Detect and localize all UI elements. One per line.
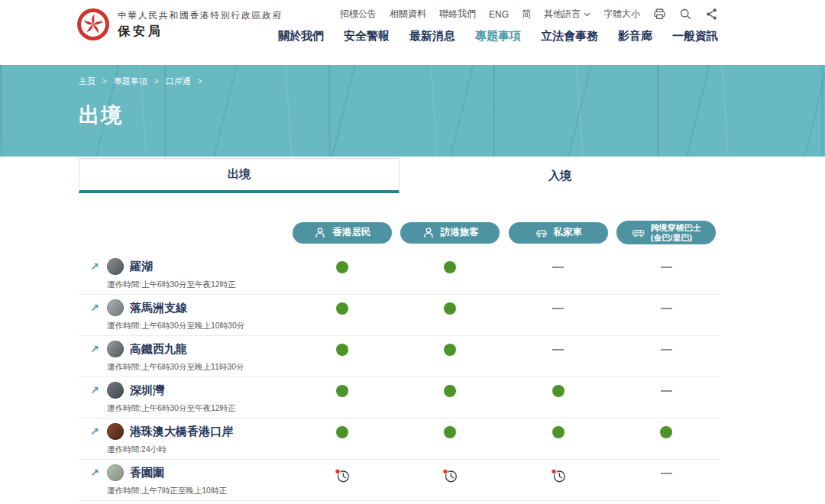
status-cell (504, 299, 613, 331)
tender-notices-link[interactable]: 招標公告 (340, 8, 377, 21)
checkpoint-name[interactable]: 羅湖 (130, 260, 153, 274)
nav-media-gallery[interactable]: 影音廊 (618, 29, 652, 44)
status-not-available-dash (661, 267, 672, 268)
status-cell (613, 464, 721, 496)
status-cell (613, 341, 721, 373)
breadcrumb-separator: > (154, 77, 159, 86)
external-link-arrow-icon[interactable]: ↗ (90, 260, 99, 273)
status-open-dot (336, 344, 348, 356)
checkpoint-name[interactable]: 香園圍 (130, 466, 164, 480)
simplified-chinese-link[interactable]: 简 (522, 8, 531, 21)
external-link-arrow-icon[interactable]: ↗ (90, 425, 99, 438)
status-not-available-dash (661, 349, 672, 351)
status-open-dot (336, 302, 348, 315)
bureau-name: 保安局 (118, 24, 283, 40)
table-row: ↗ 羅湖 運作時間:上午6時30分至午夜12時正 (79, 254, 720, 295)
status-open-dot (552, 426, 565, 438)
status-open-dot (336, 385, 348, 397)
external-link-arrow-icon[interactable]: ↗ (90, 343, 99, 355)
status-open-dot (444, 385, 456, 397)
status-cell (288, 299, 396, 331)
status-limited-hours-clock-icon (334, 467, 351, 484)
status-cell (396, 382, 505, 414)
status-cell (613, 423, 721, 455)
status-open-dot (336, 261, 348, 273)
table-row: ↗ 深圳灣 運作時間:上午6時30分至午夜12時正 (79, 377, 720, 418)
related-info-link[interactable]: 相關資料 (390, 8, 426, 21)
status-cell (504, 382, 613, 414)
border-control-webpage: 中華人民共和國香港特別行政區政府 保安局 招標公告 相關資料 聯絡我們 ENG … (0, 0, 825, 504)
checkpoint-cell: ↗ 深圳灣 運作時間:上午6時30分至午夜12時正 (79, 382, 288, 414)
status-open-dot (660, 426, 672, 438)
tab-arrival[interactable]: 入境 (400, 158, 720, 193)
operating-hours: 運作時間:上午6時30分至晚上11時30分 (107, 362, 288, 373)
external-link-arrow-icon[interactable]: ↗ (90, 302, 99, 314)
nav-about-us[interactable]: 關於我們 (278, 29, 324, 44)
status-cell (396, 299, 505, 331)
column-private-cars[interactable]: 私家車 (509, 222, 608, 244)
checkpoint-name[interactable]: 深圳灣 (130, 383, 164, 398)
status-cell (504, 423, 613, 455)
search-icon[interactable] (679, 8, 692, 21)
government-logo[interactable]: 中華人民共和國香港特別行政區政府 保安局 (76, 8, 283, 41)
checkpoint-name[interactable]: 高鐵西九龍 (130, 342, 187, 357)
operating-hours: 運作時間:上午6時30分至午夜12時正 (107, 403, 288, 414)
status-not-available-dash (552, 349, 564, 351)
status-cell (288, 258, 396, 290)
nav-latest-news[interactable]: 最新消息 (409, 29, 455, 44)
print-icon[interactable] (653, 8, 666, 21)
main-navigation: 關於我們 安全警報 最新消息 專題事項 立法會事務 影音廊 一般資訊 (278, 29, 718, 44)
column-visitors[interactable]: 訪港旅客 (400, 222, 500, 244)
contact-us-link[interactable]: 聯絡我們 (439, 8, 476, 21)
status-not-available-dash (552, 267, 564, 268)
checkpoint-thumbnail (107, 258, 124, 275)
checkpoint-thumbnail (107, 423, 124, 440)
checkpoint-name[interactable]: 港珠澳大橋香港口岸 (130, 425, 233, 439)
status-cell (396, 464, 505, 496)
checkpoint-thumbnail (107, 382, 124, 399)
status-cell (396, 423, 505, 455)
breadcrumb-control-point[interactable]: 口岸通 (166, 76, 191, 87)
breadcrumb-home[interactable]: 主頁 (79, 76, 95, 87)
breadcrumb-separator: > (198, 77, 202, 86)
checkpoint-thumbnail (107, 341, 124, 357)
utility-links-bar: 招標公告 相關資料 聯絡我們 ENG 简 其他語言 字體大小 (340, 8, 718, 21)
share-icon[interactable] (705, 8, 718, 21)
english-language-link[interactable]: ENG (489, 9, 509, 20)
nav-legco-business[interactable]: 立法會事務 (541, 29, 598, 44)
person-icon (313, 226, 327, 240)
status-cell (613, 382, 721, 414)
table-row: ↗ 港珠澳大橋香港口岸 運作時間:24小時 (79, 418, 720, 460)
breadcrumb-special-topics[interactable]: 專題事項 (114, 76, 147, 87)
nav-special-topics[interactable]: 專題事項 (475, 29, 521, 44)
font-size-control[interactable]: 字體大小 (603, 8, 640, 21)
status-open-dot (444, 261, 456, 273)
other-languages-dropdown[interactable]: 其他語言 (544, 8, 590, 21)
breadcrumb: 主頁 > 專題事項 > 口岸通 > (79, 76, 202, 87)
external-link-arrow-icon[interactable]: ↗ (90, 467, 99, 479)
column-hk-residents[interactable]: 香港居民 (293, 222, 392, 244)
table-row: ↗ 高鐵西九龍 運作時間:上午6時30分至晚上11時30分 (79, 336, 720, 377)
page-banner: 主頁 > 專題事項 > 口岸通 > 出境 (0, 65, 825, 157)
tab-departure[interactable]: 出境 (79, 158, 400, 193)
departure-arrival-tabs: 出境 入境 (79, 158, 720, 193)
status-open-dot (444, 426, 456, 438)
nav-general-info[interactable]: 一般資訊 (672, 29, 718, 44)
table-body: ↗ 羅湖 運作時間:上午6時30分至午夜12時正 ↗ 落馬洲支線 運作時間:上午… (79, 254, 720, 504)
status-cell (288, 423, 396, 455)
checkpoint-cell: ↗ 羅湖 運作時間:上午6時30分至午夜12時正 (79, 258, 288, 290)
table-row: ↗ 落馬洲 運作時間:24小時 (79, 501, 720, 504)
table-row: ↗ 香園圍 運作時間:上午7時正至晚上10時正 (79, 460, 720, 501)
status-cell (504, 258, 613, 290)
person-icon (422, 226, 435, 240)
checkpoint-name[interactable]: 落馬洲支線 (130, 301, 187, 315)
status-not-available-dash (552, 308, 564, 309)
column-shuttle-bus[interactable]: 跨境穿梭巴士 (金巴/皇巴) (616, 221, 716, 244)
checkpoint-cell: ↗ 高鐵西九龍 運作時間:上午6時30分至晚上11時30分 (79, 341, 288, 373)
operating-hours: 運作時間:24小時 (107, 444, 288, 455)
nav-security-alerts[interactable]: 安全警報 (344, 29, 390, 44)
column-header-row: 香港居民 訪港旅客 私家車 (79, 221, 720, 244)
bus-icon (632, 226, 645, 240)
external-link-arrow-icon[interactable]: ↗ (90, 384, 99, 396)
status-cell (504, 464, 613, 496)
